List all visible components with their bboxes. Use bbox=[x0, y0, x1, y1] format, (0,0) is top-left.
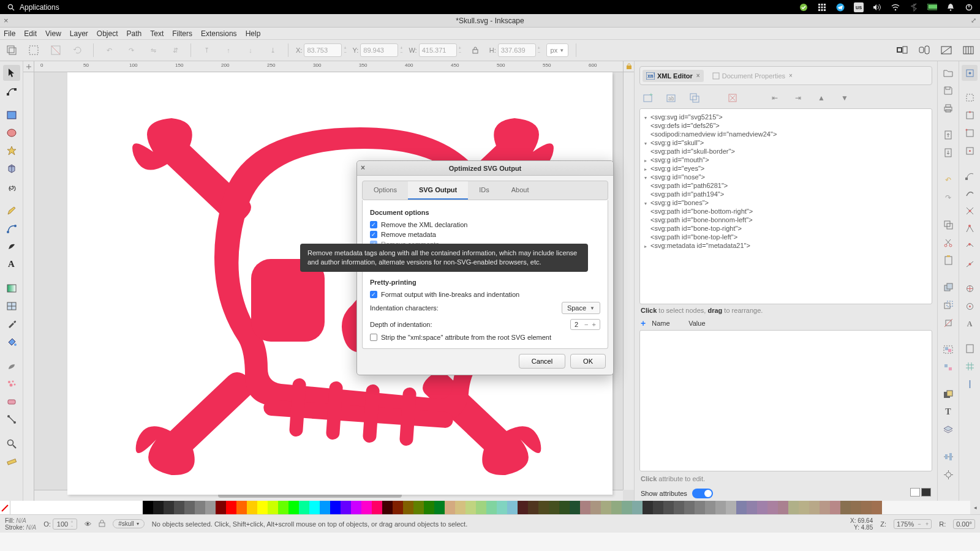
tweak-tool-icon[interactable] bbox=[3, 358, 20, 374]
color-swatch[interactable] bbox=[382, 501, 393, 514]
rect-tool-icon[interactable] bbox=[3, 107, 20, 123]
rotation-input[interactable]: 0.00° bbox=[953, 519, 975, 529]
xml-node[interactable]: <svg:path id="bone-bottom-right"> bbox=[643, 207, 929, 216]
battery-icon[interactable] bbox=[927, 2, 937, 12]
color-swatch[interactable] bbox=[799, 501, 809, 514]
color-swatch[interactable] bbox=[351, 501, 361, 514]
menu-view[interactable]: View bbox=[45, 29, 61, 38]
sound-icon[interactable] bbox=[872, 2, 882, 12]
color-swatch[interactable] bbox=[830, 501, 840, 514]
color-swatch[interactable] bbox=[247, 501, 257, 514]
scrollbar-vertical[interactable] bbox=[623, 72, 634, 490]
rotate-selection-icon[interactable] bbox=[70, 42, 86, 58]
box3d-tool-icon[interactable] bbox=[3, 160, 20, 176]
color-swatch[interactable] bbox=[413, 501, 424, 514]
xml-tree[interactable]: ▾ <svg:svg id="svg5215"> <svg:defs id="d… bbox=[639, 108, 932, 304]
color-swatch[interactable] bbox=[747, 501, 757, 514]
color-swatch[interactable] bbox=[153, 501, 164, 514]
rotate-ccw-icon[interactable]: ↶ bbox=[101, 42, 117, 58]
menu-layer[interactable]: Layer bbox=[70, 29, 88, 38]
close-icon[interactable]: × bbox=[789, 72, 793, 79]
dropper-tool-icon[interactable] bbox=[3, 316, 20, 332]
eraser-tool-icon[interactable] bbox=[3, 394, 20, 410]
color-swatch[interactable] bbox=[195, 501, 205, 514]
snap-center-icon[interactable] bbox=[962, 280, 978, 296]
tab-options[interactable]: Options bbox=[363, 181, 408, 200]
keyboard-layout-indicator[interactable]: us bbox=[854, 2, 864, 12]
rotate-cw-icon[interactable]: ↷ bbox=[123, 42, 139, 58]
align-icon[interactable] bbox=[940, 449, 956, 465]
xml-node[interactable]: ▸ <svg:metadata id="metadata21"> bbox=[643, 241, 929, 250]
color-swatch[interactable] bbox=[788, 501, 799, 514]
snap-enable-icon[interactable] bbox=[962, 65, 978, 81]
unit-select[interactable]: px▼ bbox=[546, 43, 568, 57]
snap-smooth-icon[interactable] bbox=[962, 238, 978, 254]
export-icon[interactable] bbox=[940, 145, 956, 161]
duplicate-icon[interactable] bbox=[940, 279, 956, 295]
menu-file[interactable]: File bbox=[4, 29, 15, 38]
select-all-layers-icon[interactable] bbox=[4, 42, 20, 58]
color-swatch[interactable] bbox=[184, 501, 195, 514]
color-swatch[interactable] bbox=[393, 501, 403, 514]
telegram-icon[interactable] bbox=[835, 2, 845, 12]
spray-tool-icon[interactable] bbox=[3, 376, 20, 392]
stroke-value[interactable]: N/A bbox=[26, 524, 36, 531]
xml-node[interactable]: ▸ <svg:g id="eyes"> bbox=[643, 164, 929, 173]
color-swatch[interactable] bbox=[330, 501, 341, 514]
color-swatch[interactable] bbox=[288, 501, 299, 514]
spiral-tool-icon[interactable] bbox=[3, 178, 20, 194]
xml-node[interactable]: <svg:path id="bone-top-left"> bbox=[643, 233, 929, 241]
color-swatch[interactable] bbox=[684, 501, 695, 514]
color-swatch[interactable] bbox=[445, 501, 455, 514]
search-icon[interactable] bbox=[6, 2, 16, 12]
depth-spinner[interactable]: 2− + bbox=[570, 319, 600, 330]
color-swatch[interactable] bbox=[726, 501, 736, 514]
calligraphy-tool-icon[interactable] bbox=[3, 238, 20, 254]
color-swatch[interactable] bbox=[820, 501, 830, 514]
lock-wh-icon[interactable] bbox=[467, 42, 483, 58]
color-swatch[interactable] bbox=[257, 501, 268, 514]
add-attribute-icon[interactable]: + bbox=[641, 318, 646, 328]
color-swatch[interactable] bbox=[778, 501, 788, 514]
duplicate-node-icon[interactable] bbox=[687, 90, 703, 106]
fill-stroke-icon[interactable] bbox=[940, 386, 956, 402]
indent-node-icon[interactable]: ⇥ bbox=[790, 90, 806, 106]
color-swatch[interactable] bbox=[216, 501, 226, 514]
color-palette[interactable]: ◂ bbox=[0, 501, 980, 514]
ellipse-tool-icon[interactable] bbox=[3, 125, 20, 141]
h-input[interactable] bbox=[498, 43, 536, 57]
palette-menu-icon[interactable]: ◂ bbox=[970, 501, 980, 514]
xml-node[interactable]: <svg:defs id="defs26"> bbox=[643, 121, 929, 130]
snap-bbox-corner-icon[interactable] bbox=[962, 125, 978, 141]
text-dialog-icon[interactable]: T bbox=[940, 404, 956, 420]
checkbox-strip-xmlspace[interactable]: Strip the "xml:space" attribute from the… bbox=[370, 332, 600, 342]
color-swatch[interactable] bbox=[320, 501, 330, 514]
grid-app-icon[interactable] bbox=[817, 2, 827, 12]
tab-xml-editor[interactable]: xml XML Editor× bbox=[643, 70, 704, 82]
applications-label[interactable]: Applications bbox=[20, 3, 59, 12]
xml-node[interactable]: ▾ <svg:svg id="svg5215"> bbox=[643, 113, 929, 121]
color-swatch[interactable] bbox=[715, 501, 726, 514]
delete-node-icon[interactable] bbox=[725, 90, 741, 106]
color-swatch[interactable] bbox=[538, 501, 549, 514]
bell-icon[interactable] bbox=[946, 2, 956, 12]
opacity-input[interactable]: 100+− bbox=[53, 519, 77, 530]
zoom-tool-icon[interactable] bbox=[3, 436, 20, 452]
menu-extensions[interactable]: Extensions bbox=[201, 29, 237, 38]
color-swatch[interactable] bbox=[767, 501, 778, 514]
color-swatch[interactable] bbox=[632, 501, 643, 514]
color-swatch[interactable] bbox=[455, 501, 466, 514]
color-swatch[interactable] bbox=[611, 501, 622, 514]
print-icon[interactable] bbox=[940, 100, 956, 116]
snap-cusp-icon[interactable] bbox=[962, 220, 978, 236]
no-fill-swatch[interactable] bbox=[0, 501, 10, 514]
indentation-select[interactable]: Space▼ bbox=[562, 302, 600, 314]
xml-node[interactable]: <svg:path id="bone-bonnom-left"> bbox=[643, 216, 929, 224]
color-swatch[interactable] bbox=[601, 501, 611, 514]
color-swatch[interactable] bbox=[164, 501, 174, 514]
menu-path[interactable]: Path bbox=[127, 29, 142, 38]
snap-intersection-icon[interactable] bbox=[962, 203, 978, 219]
color-swatch[interactable] bbox=[236, 501, 247, 514]
copy-icon[interactable] bbox=[940, 217, 956, 233]
color-swatch[interactable] bbox=[268, 501, 278, 514]
